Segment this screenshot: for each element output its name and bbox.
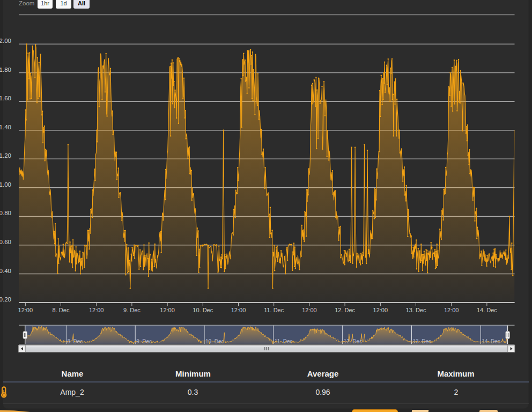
svg-text:1.60: 1.60 [0,95,11,101]
svg-text:1.00: 1.00 [0,181,11,188]
svg-text:12. Dec: 12. Dec [335,307,355,313]
svg-text:12:00: 12:00 [373,307,388,313]
svg-text:1.20: 1.20 [0,152,11,159]
svg-text:12:00: 12:00 [302,307,317,313]
svg-text:8. Dec: 8. Dec [53,307,70,313]
svg-text:12:00: 12:00 [18,307,33,313]
svg-text:11. Dec: 11. Dec [264,307,284,313]
svg-text:2.00: 2.00 [0,38,11,44]
svg-text:12. Dec: 12. Dec [344,339,362,344]
svg-text:12:00: 12:00 [89,307,104,313]
svg-text:1.80: 1.80 [0,67,11,73]
svg-text:9. Dec: 9. Dec [136,339,152,344]
svg-text:0.40: 0.40 [0,268,11,274]
svg-text:14. Dec: 14. Dec [477,307,497,313]
svg-text:0.80: 0.80 [0,210,11,216]
svg-text:13. Dec: 13. Dec [406,307,426,313]
svg-text:14. Dec: 14. Dec [482,339,500,344]
svg-text:8. Dec: 8. Dec [67,339,83,344]
svg-text:0.60: 0.60 [0,239,11,245]
svg-text:12:00: 12:00 [160,307,175,313]
svg-text:13. Dec: 13. Dec [413,339,431,344]
svg-text:0.20: 0.20 [0,296,11,303]
svg-text:10. Dec: 10. Dec [205,339,224,344]
svg-text:9. Dec: 9. Dec [123,307,141,313]
svg-text:12:00: 12:00 [231,307,246,313]
svg-text:11. Dec: 11. Dec [275,339,293,344]
svg-text:10. Dec: 10. Dec [193,307,213,313]
svg-text:12:00: 12:00 [444,307,459,313]
svg-text:1.40: 1.40 [0,124,11,130]
